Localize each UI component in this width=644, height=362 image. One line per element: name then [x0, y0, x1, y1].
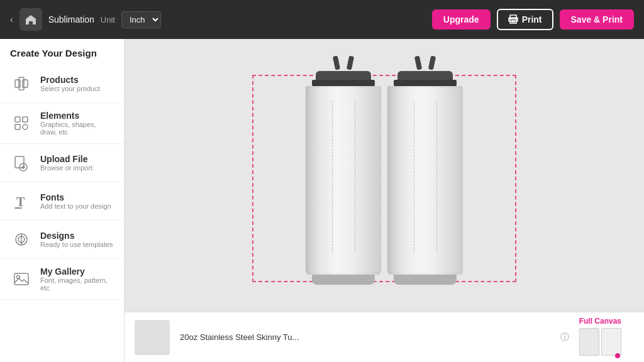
sidebar-item-gallery[interactable]: My Gallery Font, images, pattern, etc	[0, 259, 124, 300]
gallery-text: My Gallery Font, images, pattern, etc	[40, 266, 114, 292]
products-icon	[10, 72, 33, 95]
designs-sublabel: Ready to use templates	[40, 241, 113, 248]
canvas-thumb-left[interactable]	[579, 328, 599, 356]
print-button[interactable]: Print	[497, 9, 553, 30]
products-sublabel: Select your product	[40, 85, 100, 92]
svg-rect-6	[15, 80, 20, 87]
main-content: Create Your Design Products Select your …	[0, 39, 644, 362]
home-button[interactable]	[19, 8, 42, 31]
svg-rect-11	[15, 124, 20, 129]
fonts-text: Fonts Add text to your design	[40, 192, 111, 210]
upload-label: Upload File	[40, 154, 92, 164]
fonts-icon: T	[10, 190, 33, 212]
svg-rect-9	[15, 117, 20, 122]
active-indicator	[615, 353, 620, 358]
header-right: Upgrade Print Save & Print	[432, 9, 634, 30]
sublimation-label: Sublimation	[48, 14, 94, 25]
svg-point-12	[23, 124, 28, 129]
designs-label: Designs	[40, 231, 113, 241]
elements-text: Elements Graphics, shapes, draw, etc	[40, 111, 114, 136]
svg-rect-19	[14, 273, 28, 285]
sidebar-item-products[interactable]: Products Select your product	[0, 65, 124, 103]
gallery-icon	[10, 268, 33, 290]
canvas-main[interactable]	[125, 39, 644, 312]
sidebar-item-fonts[interactable]: T Fonts Add text to your design	[0, 182, 124, 221]
svg-rect-10	[23, 117, 28, 122]
svg-rect-0	[510, 15, 516, 19]
bottom-bar: 20oz Stainless Steel Skinny Tu... ⓘ Full…	[125, 312, 644, 362]
products-text: Products Select your product	[40, 75, 100, 92]
sidebar-item-designs[interactable]: Designs Ready to use templates	[0, 221, 124, 259]
fonts-sublabel: Add text to your design	[40, 202, 111, 210]
upload-sublabel: Browse or import	[40, 164, 92, 172]
sidebar-title: Create Your Design	[0, 39, 124, 65]
info-icon[interactable]: ⓘ	[560, 332, 569, 343]
elements-sublabel: Graphics, shapes, draw, etc	[40, 121, 114, 136]
canvas-thumbs	[579, 328, 621, 358]
unit-label: Unit	[101, 15, 115, 25]
sidebar-item-elements[interactable]: Elements Graphics, shapes, draw, etc	[0, 103, 124, 144]
svg-rect-15	[14, 207, 22, 209]
svg-rect-7	[23, 80, 28, 87]
gallery-sublabel: Font, images, pattern, etc	[40, 277, 114, 292]
svg-text:T: T	[16, 195, 25, 209]
tumbler-left	[306, 56, 381, 285]
print-icon	[508, 14, 518, 25]
product-thumbnail	[135, 320, 170, 355]
gallery-label: My Gallery	[40, 266, 114, 277]
designs-text: Designs Ready to use templates	[40, 231, 113, 248]
header-left: ‹ Sublimation Unit Inch cm mm	[10, 8, 425, 31]
design-canvas[interactable]	[252, 56, 516, 295]
product-name: 20oz Stainless Steel Skinny Tu...	[180, 332, 550, 342]
upload-text: Upload File Browse or import	[40, 154, 92, 172]
header: ‹ Sublimation Unit Inch cm mm Upgrade Pr…	[0, 0, 644, 39]
elements-icon	[10, 112, 33, 134]
elements-label: Elements	[40, 111, 114, 121]
back-button[interactable]: ‹	[10, 14, 13, 25]
tumbler-right	[387, 56, 463, 285]
save-print-button[interactable]: Save & Print	[560, 9, 634, 30]
canvas-option-label: Full Canvas	[579, 317, 621, 326]
svg-point-5	[515, 19, 516, 20]
canvas-options: Full Canvas	[579, 317, 634, 358]
designs-icon	[10, 228, 33, 251]
canvas-thumb-right[interactable]	[601, 328, 621, 356]
home-icon	[25, 13, 37, 26]
upgrade-button[interactable]: Upgrade	[432, 9, 491, 30]
products-label: Products	[40, 75, 100, 85]
canvas-area: 20oz Stainless Steel Skinny Tu... ⓘ Full…	[125, 39, 644, 362]
unit-select[interactable]: Inch cm mm	[121, 11, 161, 28]
sidebar: Create Your Design Products Select your …	[0, 39, 125, 362]
upload-icon	[10, 151, 33, 174]
svg-rect-8	[19, 77, 24, 90]
sidebar-item-upload[interactable]: Upload File Browse or import	[0, 144, 124, 182]
fonts-label: Fonts	[40, 192, 111, 202]
